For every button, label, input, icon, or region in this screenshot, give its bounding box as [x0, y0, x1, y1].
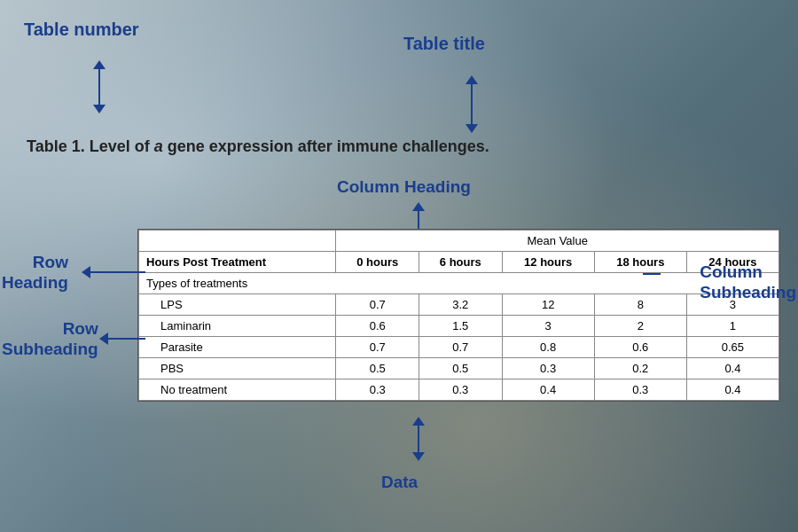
data-table-container: Mean Value Hours Post Treatment 0 hours …: [137, 229, 780, 402]
cell-2-0: 0.7: [336, 337, 419, 358]
cell-0-1: 3.2: [419, 294, 503, 316]
data-table: Mean Value Hours Post Treatment 0 hours …: [138, 230, 779, 401]
cell-1-4: 1: [686, 316, 778, 337]
table-row: PBS0.50.50.30.20.4: [139, 358, 779, 379]
cell-3-1: 0.5: [419, 358, 503, 379]
cell-4-3: 0.3: [594, 379, 686, 401]
cell-2-3: 0.6: [594, 337, 686, 358]
empty-header-cell: [139, 231, 336, 252]
cell-2-4: 0.65: [686, 337, 778, 358]
row-label-4: No treatment: [139, 379, 336, 401]
column-subheading-arrow: [643, 273, 661, 275]
table-row: Parasite0.70.70.80.60.65: [139, 337, 779, 358]
column-heading-cell: Mean Value: [336, 231, 779, 252]
column-subheading-annotation: ColumnSubheading: [700, 262, 796, 303]
row-label-1: Laminarin: [139, 316, 336, 337]
row-heading-arrow: [82, 266, 145, 278]
data-arrow: [412, 417, 425, 461]
cell-0-0: 0.7: [336, 294, 419, 316]
caption-prefix: Table 1. Level of: [27, 137, 154, 155]
table-row: Laminarin0.61.5321: [139, 316, 779, 337]
row-label-2: Parasite: [139, 337, 336, 358]
row-heading-cell: Types of treatments: [139, 273, 779, 294]
cell-4-0: 0.3: [336, 379, 419, 401]
data-annotation: Data: [381, 473, 418, 492]
cell-2-2: 0.8: [502, 337, 594, 358]
cell-3-0: 0.5: [336, 358, 419, 379]
cell-1-1: 1.5: [419, 316, 503, 337]
12-hours-header: 12 hours: [502, 252, 594, 273]
row-label-0: LPS: [139, 294, 336, 316]
cell-3-3: 0.2: [594, 358, 686, 379]
column-heading-annotation: Column Heading: [337, 177, 471, 197]
row-subheading-arrow: [99, 332, 145, 345]
cell-0-2: 12: [502, 294, 594, 316]
0-hours-header: 0 hours: [336, 252, 419, 273]
hours-post-treatment-header: Hours Post Treatment: [139, 252, 336, 273]
row-heading-annotation: RowHeading: [2, 253, 68, 293]
6-hours-header: 6 hours: [419, 252, 503, 273]
cell-0-3: 8: [594, 294, 686, 316]
table-row: LPS0.73.21283: [139, 294, 779, 316]
caption-italic: a: [154, 137, 163, 155]
table-title-arrow: [466, 75, 478, 133]
cell-4-4: 0.4: [686, 379, 778, 401]
row-subheading-annotation: RowSubheading: [2, 319, 98, 360]
cell-3-4: 0.4: [686, 358, 778, 379]
cell-4-1: 0.3: [419, 379, 503, 401]
table-row: No treatment0.30.30.40.30.4: [139, 379, 779, 401]
cell-2-1: 0.7: [419, 337, 503, 358]
table-title-annotation: Table title: [403, 34, 485, 54]
table-number-arrow: [93, 60, 106, 113]
cell-1-2: 3: [502, 316, 594, 337]
cell-1-3: 2: [594, 316, 686, 337]
caption-suffix: gene expression after immune challenges.: [163, 137, 489, 155]
table-caption: Table 1. Level of a gene expression afte…: [27, 137, 771, 156]
cell-1-0: 0.6: [336, 316, 419, 337]
table-number-annotation: Table number: [24, 20, 139, 40]
cell-4-2: 0.4: [502, 379, 594, 401]
cell-3-2: 0.3: [502, 358, 594, 379]
18-hours-header: 18 hours: [594, 252, 686, 273]
row-label-3: PBS: [139, 358, 336, 379]
